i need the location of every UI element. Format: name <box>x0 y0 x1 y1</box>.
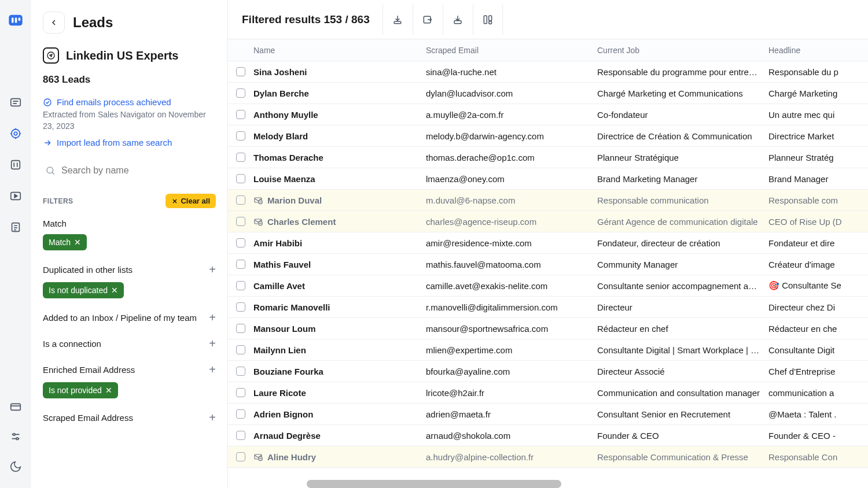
row-checkbox[interactable] <box>236 324 245 333</box>
billing-icon[interactable] <box>6 397 25 416</box>
row-checkbox[interactable] <box>236 88 245 98</box>
lead-headline: Chargé Marketing <box>768 88 868 98</box>
lead-name: Amir Habibi <box>253 238 302 248</box>
close-icon[interactable]: ✕ <box>111 286 118 295</box>
table-row[interactable]: Thomas Derachethomas.derache@op1c.comPla… <box>228 147 868 168</box>
add-filter-button[interactable]: + <box>209 311 216 324</box>
lead-job: Responsable Communication & Presse <box>597 452 768 462</box>
add-filter-button[interactable]: + <box>209 411 216 424</box>
import-button[interactable] <box>443 5 473 35</box>
lead-headline: 🎯 Consultante Se <box>768 280 868 291</box>
lead-headline: Créateur d'image <box>768 260 868 269</box>
row-checkbox[interactable] <box>236 110 245 119</box>
lead-job: Directeur Associé <box>597 367 768 376</box>
row-checkbox[interactable] <box>236 409 245 419</box>
lead-name: Mailynn Lien <box>253 345 306 355</box>
row-checkbox[interactable] <box>236 281 245 290</box>
target-icon[interactable] <box>6 124 25 143</box>
row-checkbox[interactable] <box>236 388 245 397</box>
row-checkbox[interactable] <box>236 367 245 376</box>
table-row[interactable]: Dylan Berchedylan@lucadvisor.comChargé M… <box>228 83 868 104</box>
search-box[interactable] <box>43 160 216 181</box>
col-job[interactable]: Current Job <box>597 46 768 55</box>
row-checkbox[interactable] <box>236 302 245 312</box>
add-filter-button[interactable]: + <box>209 337 216 350</box>
lead-name: Anthony Muylle <box>253 110 318 120</box>
table-row[interactable]: Laure Ricotelricote@h2air.frCommunicatio… <box>228 382 868 404</box>
download-button[interactable] <box>382 5 413 35</box>
table-row[interactable]: Arnaud Degrèsearnaud@shokola.comFounder … <box>228 425 868 446</box>
row-checkbox[interactable] <box>236 153 245 162</box>
svg-point-12 <box>16 438 19 440</box>
table-row[interactable]: Anthony Muyllea.muylle@2a-com.frCo-fonda… <box>228 104 868 125</box>
table-row[interactable]: Camille Avetcamille.avet@exakis-nelite.c… <box>228 275 868 297</box>
add-filter-button[interactable]: + <box>209 263 216 276</box>
leads-count: 863 Leads <box>43 74 216 86</box>
pipeline-icon[interactable] <box>6 155 25 175</box>
row-checkbox[interactable] <box>236 217 245 226</box>
table-row[interactable]: Mathis Fauvelmathis.fauvel@matooma.comCo… <box>228 254 868 275</box>
inbox-icon[interactable] <box>6 93 25 112</box>
filters-label: FILTERS <box>43 197 73 205</box>
table-row[interactable]: Romaric Manovellir.manovelli@digitalimme… <box>228 297 868 318</box>
lead-email: mlien@expertime.com <box>426 345 597 355</box>
lead-headline: Directeur chez Di <box>768 302 868 312</box>
back-button[interactable] <box>43 12 65 34</box>
table-row[interactable]: Louise Maenzalmaenza@oney.comBrand Marke… <box>228 168 868 190</box>
row-checkbox[interactable] <box>236 238 245 247</box>
notes-icon[interactable] <box>6 217 25 237</box>
row-checkbox[interactable] <box>236 174 245 183</box>
table-row[interactable]: Adrien Bignonadrien@maeta.frConsultant S… <box>228 404 868 425</box>
moon-icon[interactable] <box>6 457 25 476</box>
status-line: Find emails process achieved <box>43 97 216 107</box>
col-name[interactable]: Name <box>253 46 426 55</box>
lead-headline: Brand Manager <box>768 174 868 184</box>
add-filter-button[interactable]: + <box>209 363 216 376</box>
table-row[interactable]: Mansour Loummansour@sportnewsafrica.comR… <box>228 318 868 339</box>
row-checkbox[interactable] <box>236 131 245 141</box>
lead-headline: Rédacteur en che <box>768 324 868 334</box>
horizontal-scrollbar[interactable] <box>307 480 561 488</box>
play-icon[interactable] <box>6 186 25 206</box>
svg-point-6 <box>14 132 17 135</box>
row-checkbox[interactable] <box>236 345 245 354</box>
chip-match[interactable]: Match✕ <box>43 234 87 250</box>
lead-name: Marion Duval <box>267 195 322 205</box>
export-button[interactable] <box>413 5 443 35</box>
lead-job: Communication and consultation manager <box>597 388 768 398</box>
import-link[interactable]: Import lead from same search <box>43 138 216 147</box>
settings-icon[interactable] <box>6 427 25 446</box>
svg-rect-19 <box>484 16 487 23</box>
col-headline[interactable]: Headline <box>768 46 868 55</box>
row-checkbox[interactable] <box>236 452 245 461</box>
clear-all-button[interactable]: Clear all <box>165 194 216 208</box>
table-row[interactable]: Sina Joshenisina@la-ruche.netResponsable… <box>228 61 868 83</box>
table-row[interactable]: Bouziane Fourkabfourka@ayaline.comDirect… <box>228 361 868 382</box>
table-row[interactable]: Melody Blardmelody.b@darwin-agency.comDi… <box>228 125 868 147</box>
close-icon[interactable]: ✕ <box>105 386 112 395</box>
row-checkbox[interactable] <box>236 260 245 269</box>
search-input[interactable] <box>61 165 214 176</box>
table-row[interactable]: Marion Duvalm.duval@6-napse.comResponsab… <box>228 190 868 211</box>
column-settings-button[interactable] <box>473 5 503 35</box>
lead-job: Community Manager <box>597 260 768 269</box>
svg-point-5 <box>12 130 20 138</box>
table-row[interactable]: Aline Hudrya.hudry@alpine-collection.frR… <box>228 446 868 468</box>
leads-table[interactable]: Name Scraped Email Current Job Headline … <box>228 39 868 488</box>
filter-enriched: Enriched Email Address+ Is not provided✕ <box>43 363 216 398</box>
row-checkbox[interactable] <box>236 67 245 76</box>
lead-headline: Consultante Digit <box>768 345 868 355</box>
table-row[interactable]: Charles Clementcharles@agence-riseup.com… <box>228 211 868 232</box>
row-checkbox[interactable] <box>236 431 245 440</box>
icon-rail <box>0 0 31 488</box>
chip-not-duplicated[interactable]: Is not duplicated✕ <box>43 282 124 298</box>
lead-email: amir@residence-mixte.com <box>426 238 597 248</box>
close-icon[interactable]: ✕ <box>74 238 81 247</box>
svg-rect-2 <box>15 17 17 23</box>
table-row[interactable]: Amir Habibiamir@residence-mixte.comFonda… <box>228 232 868 254</box>
col-email[interactable]: Scraped Email <box>426 46 597 55</box>
table-row[interactable]: Mailynn Lienmlien@expertime.comConsultan… <box>228 339 868 361</box>
search-icon <box>45 165 56 176</box>
row-checkbox[interactable] <box>236 195 245 205</box>
chip-not-provided[interactable]: Is not provided✕ <box>43 382 118 398</box>
